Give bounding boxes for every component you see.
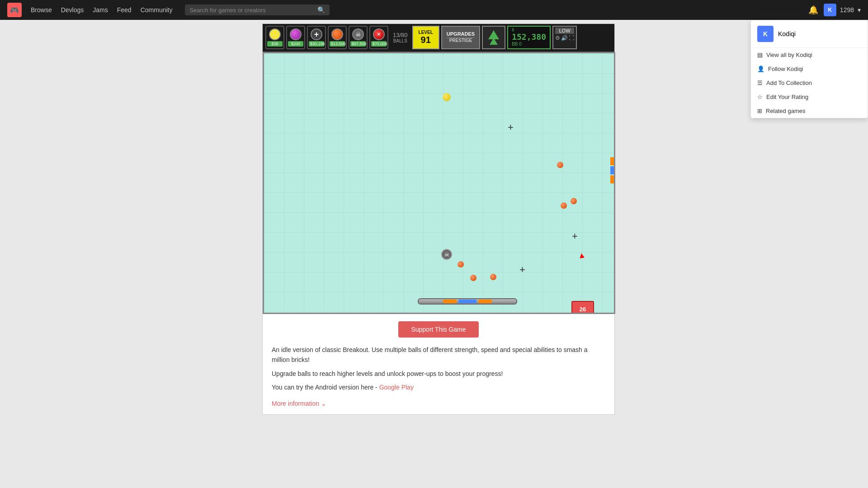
side-bar-indicator xyxy=(610,157,614,183)
money-amount: 152,380 xyxy=(512,32,546,42)
volume-icon[interactable]: 🔊 xyxy=(561,35,568,41)
balls-fraction: 13/80 xyxy=(393,32,408,38)
nav-browse[interactable]: Browse xyxy=(31,6,52,14)
more-info-label: More information xyxy=(272,400,319,407)
ball-skull-btn[interactable]: ☠ $97,500 xyxy=(349,26,368,49)
edit-rating-icon: ☆ xyxy=(757,94,763,100)
nav-right-area: 🔔 K 1298 ▾ xyxy=(808,4,861,16)
nav-feed[interactable]: Feed xyxy=(117,6,132,14)
fullscreen-icon[interactable]: ⛶ xyxy=(569,35,574,41)
gear-icon[interactable]: ⚙ xyxy=(555,35,560,41)
site-logo[interactable]: 🎮 xyxy=(7,3,22,17)
username-label: 1298 xyxy=(840,6,854,14)
ball-active-skull: ☠ xyxy=(441,249,452,260)
avatar: K xyxy=(824,4,836,16)
panel-follow[interactable]: 👤 Follow Kodiqi xyxy=(751,62,868,76)
view-all-label: View all by Kodiqi xyxy=(766,52,812,58)
ball-active-orange-5 xyxy=(490,274,496,280)
search-icon[interactable]: 🔍 xyxy=(317,6,325,14)
notification-bell[interactable]: 🔔 xyxy=(808,5,818,15)
left-sidebar xyxy=(0,20,154,488)
panel-view-all[interactable]: ▤ View all by Kodiqi xyxy=(751,48,868,62)
ball-orange-price: $13,500 xyxy=(330,41,345,47)
chevron-down-icon: ⌄ xyxy=(321,400,326,407)
upgrades-label: UPGRADES xyxy=(447,31,475,37)
upgrades-prestige-btn[interactable]: UPGRADES PRESTIGE xyxy=(441,26,480,49)
ball-active-yellow xyxy=(443,93,451,101)
game-description-3: You can try the Android version here - G… xyxy=(272,382,605,392)
level-box: LEVEL 91 xyxy=(412,26,439,49)
prestige-label: PRESTIGE xyxy=(447,38,475,43)
ball-yellow-price: $38 xyxy=(267,41,283,47)
logo-icon: 🎮 xyxy=(10,6,19,14)
user-dropdown-panel: K Kodiqi ▤ View all by Kodiqi 👤 Follow K… xyxy=(750,20,868,118)
panel-edit-rating[interactable]: ☆ Edit Your Rating xyxy=(751,90,868,104)
crosshair-4: + xyxy=(508,122,514,132)
brick-red-26: 26 91 xyxy=(571,301,594,314)
user-menu[interactable]: K 1298 ▾ xyxy=(824,4,861,16)
ball-active-orange-1 xyxy=(557,162,563,168)
game-description-1: An idle version of classic Breakout. Use… xyxy=(272,345,605,365)
nav-devlogs[interactable]: Devlogs xyxy=(61,6,84,14)
balls-counter: 13/80 BALLS xyxy=(390,26,410,49)
balls-label: BALLS xyxy=(393,38,407,43)
follow-label: Follow Kodiqi xyxy=(768,66,803,72)
rank-icon xyxy=(482,26,505,49)
search-input[interactable] xyxy=(189,7,314,14)
user-panel-avatar: K xyxy=(757,26,774,42)
support-button[interactable]: Support This Game xyxy=(398,321,478,338)
game-footer: Support This Game An idle version of cla… xyxy=(263,314,614,414)
money-display: $ 152,380 BB 0 xyxy=(507,26,551,49)
search-bar[interactable]: 🔍 xyxy=(185,5,330,15)
right-sidebar: K Kodiqi ▤ View all by Kodiqi 👤 Follow K… xyxy=(723,20,868,488)
user-panel-actions: ▤ View all by Kodiqi 👤 Follow Kodiqi ☰ A… xyxy=(751,48,868,118)
brick-red-hp: 91 xyxy=(578,313,587,314)
follow-icon: 👤 xyxy=(757,66,764,72)
settings-icons: ⚙ 🔊 ⛶ xyxy=(555,35,574,41)
ball-active-orange-2 xyxy=(571,198,577,204)
related-games-icon: ⊞ xyxy=(757,108,762,114)
ball-active-orange-4 xyxy=(458,261,464,267)
game-header: $38 $200 + $30,196 $13,500 xyxy=(263,24,614,52)
chevron-down-icon: ▾ xyxy=(858,6,861,14)
top-navigation: 🎮 Browse Devlogs Jams Feed Community 🔍 🔔… xyxy=(0,0,868,20)
game-wrapper: $38 $200 + $30,196 $13,500 xyxy=(262,23,615,415)
more-info-link[interactable]: More information ⌄ xyxy=(272,400,326,407)
nav-jams[interactable]: Jams xyxy=(93,6,108,14)
ball-pink-price: $200 xyxy=(288,41,303,47)
level-value: 91 xyxy=(421,35,431,45)
money-labels: $ xyxy=(512,28,546,32)
nav-community[interactable]: Community xyxy=(141,6,173,14)
panel-add-collection[interactable]: ☰ Add To Collection xyxy=(751,76,868,90)
ball-skull-price: $97,500 xyxy=(350,41,366,47)
ball-plus-btn[interactable]: + $30,196 xyxy=(307,26,326,49)
ball-red-price: $75,000 xyxy=(371,41,387,47)
ball-orange-btn[interactable]: $13,500 xyxy=(328,26,347,49)
view-all-icon: ▤ xyxy=(757,52,763,58)
user-panel-header: K Kodiqi xyxy=(751,20,868,48)
ball-yellow-btn[interactable]: $38 xyxy=(265,26,284,49)
add-collection-icon: ☰ xyxy=(757,80,763,86)
paddle xyxy=(418,298,517,305)
level-label: LEVEL xyxy=(419,30,433,35)
add-collection-label: Add To Collection xyxy=(766,80,812,86)
panel-related-games[interactable]: ⊞ Related games xyxy=(751,104,868,118)
brick-red-top: 26 xyxy=(580,306,586,313)
main-layout: $38 $200 + $30,196 $13,500 xyxy=(0,20,868,488)
money-bb: BB 0 xyxy=(512,42,546,47)
ball-red-btn[interactable]: ✕ $75,000 xyxy=(369,26,388,49)
related-games-label: Related games xyxy=(766,108,805,114)
ball-pink-btn[interactable]: $200 xyxy=(286,26,305,49)
game-canvas[interactable]: ☠ + + + + + + + + + + + + + 36 xyxy=(263,52,615,314)
crosshair-8: + xyxy=(572,231,578,241)
ball-plus-price: $30,196 xyxy=(309,41,324,47)
quality-box: LOW ⚙ 🔊 ⛶ xyxy=(552,26,577,49)
edit-rating-label: Edit Your Rating xyxy=(766,94,808,100)
google-play-link[interactable]: Google Play xyxy=(379,384,414,391)
ball-active-orange-6 xyxy=(470,275,476,281)
game-description-2: Upgrade balls to reach higher levels and… xyxy=(272,369,605,379)
mouse-cursor: ▲ xyxy=(577,250,586,261)
crosshair-11: + xyxy=(519,265,525,275)
center-content: $38 $200 + $30,196 $13,500 xyxy=(154,20,723,488)
quality-label: LOW xyxy=(555,28,574,34)
